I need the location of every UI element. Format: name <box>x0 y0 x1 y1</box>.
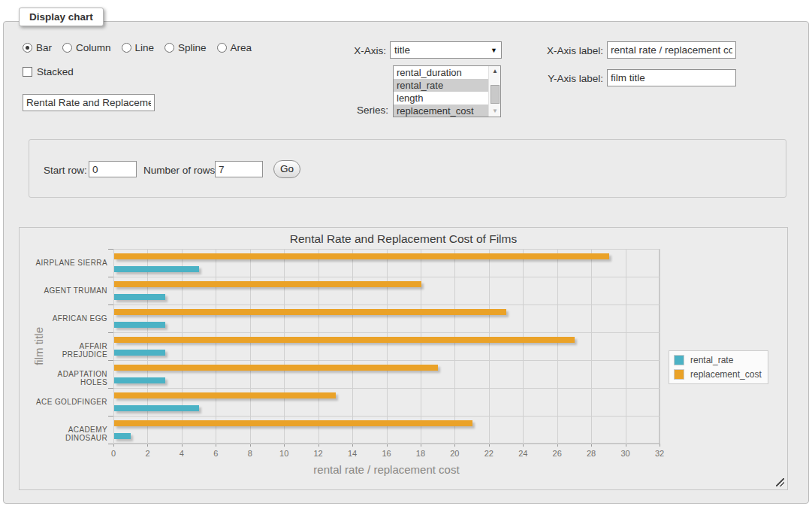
chart-type-option-bar[interactable]: Bar <box>23 42 52 53</box>
x-tick-label: 8 <box>248 449 252 458</box>
chart-x-axis-label: rental rate / replacement cost <box>113 463 660 476</box>
x-tick-label: 26 <box>553 449 562 458</box>
chart-type-label: Spline <box>178 42 207 53</box>
start-row-input[interactable] <box>89 161 137 177</box>
series-option-replacement_cost[interactable]: replacement_cost <box>394 105 500 117</box>
num-rows-input[interactable] <box>215 161 263 177</box>
legend-swatch-icon <box>674 355 684 365</box>
legend-row: rental_rate <box>674 355 762 365</box>
chart-type-radio-group: BarColumnLineSplineArea <box>23 42 252 53</box>
bar-rental_rate <box>114 294 165 300</box>
x-tick-label: 14 <box>348 449 357 458</box>
category-label: ACADEMY DINOSAUR <box>35 426 107 442</box>
y-tick-mark <box>108 277 113 277</box>
series-label: Series: <box>315 105 388 116</box>
gridline-x <box>523 249 524 444</box>
resize-handle-icon[interactable] <box>776 478 784 486</box>
bar-replacement_cost <box>114 281 421 287</box>
series-option-length[interactable]: length <box>394 92 500 105</box>
panel-title: Display chart <box>19 8 104 26</box>
y-tick-mark <box>108 444 113 444</box>
chart-type-option-spline[interactable]: Spline <box>165 42 207 53</box>
x-tick-label: 22 <box>484 449 494 458</box>
chart-type-option-area[interactable]: Area <box>217 42 252 53</box>
bar-rental_rate <box>114 266 199 272</box>
chart-type-option-line[interactable]: Line <box>122 42 155 53</box>
x-axis-label-field-label: X-Axis label: <box>481 45 603 56</box>
scrollbar-thumb[interactable] <box>491 85 500 104</box>
category-label: AFFAIR PREJUDICE <box>35 342 107 359</box>
chart-legend: rental_ratereplacement_cost <box>669 350 768 384</box>
bar-rental_rate <box>114 405 199 411</box>
radio-icon[interactable] <box>62 43 72 53</box>
gridline-x <box>216 249 216 444</box>
gridline-y <box>113 304 660 305</box>
legend-label: replacement_cost <box>690 369 762 380</box>
gridline-x <box>182 249 183 444</box>
y-axis-label-field-label: Y-Axis label: <box>481 73 603 84</box>
gridline-x <box>660 249 660 444</box>
gridline-x <box>591 249 592 444</box>
gridline-x <box>489 249 490 444</box>
chart-title-input[interactable] <box>23 94 155 111</box>
x-tick-label: 20 <box>450 449 459 458</box>
gridline-y <box>113 277 660 277</box>
x-tick-label: 30 <box>620 449 629 458</box>
x-tick-label: 28 <box>587 449 596 458</box>
radio-icon[interactable] <box>23 43 32 53</box>
y-axis-label-input[interactable] <box>607 69 736 86</box>
x-axis-label: X-Axis: <box>315 45 386 56</box>
legend-label: rental_rate <box>690 355 733 365</box>
category-label: AIRPLANE SIERRA <box>35 259 107 267</box>
gridline-x <box>113 249 114 444</box>
gridline-x <box>318 249 319 444</box>
bar-rental_rate <box>114 377 165 383</box>
bar-rental_rate <box>114 322 165 328</box>
bar-replacement_cost <box>114 392 336 398</box>
gridline-y <box>113 332 660 333</box>
x-tick-label: 32 <box>655 449 664 458</box>
y-tick-mark <box>108 249 113 250</box>
chart-type-option-column[interactable]: Column <box>62 42 111 53</box>
gridline-x <box>352 249 353 444</box>
y-tick-mark <box>108 360 113 361</box>
gridline-x <box>387 249 388 444</box>
chart-type-label: Area <box>231 42 252 53</box>
x-tick-label: 2 <box>145 449 149 458</box>
bar-rental_rate <box>114 433 131 439</box>
gridline-x <box>250 249 251 444</box>
x-tick-label: 0 <box>111 449 116 458</box>
gridline-y <box>113 444 660 444</box>
y-tick-mark <box>108 332 113 333</box>
radio-icon[interactable] <box>122 43 131 53</box>
x-tick-label: 18 <box>416 449 425 458</box>
gridline-y <box>113 249 660 250</box>
category-label: ADAPTATION HOLES <box>35 370 107 386</box>
chart-type-label: Bar <box>36 42 52 53</box>
gridline-x <box>626 249 626 444</box>
gridline-x <box>284 249 285 444</box>
gridline-x <box>454 249 455 444</box>
rows-panel: Start row: Number of rows: Go <box>29 139 786 198</box>
bar-replacement_cost <box>114 309 506 315</box>
stacked-checkbox[interactable] <box>23 67 32 77</box>
x-axis-label-input[interactable] <box>607 41 736 59</box>
x-tick-label: 10 <box>279 449 288 458</box>
stacked-label: Stacked <box>37 66 74 77</box>
gridline-y <box>113 360 660 361</box>
x-tick-label: 24 <box>518 449 527 458</box>
category-label: AFRICAN EGG <box>35 314 107 323</box>
num-rows-label: Number of rows: <box>143 165 218 176</box>
y-tick-mark <box>108 388 113 389</box>
radio-icon[interactable] <box>165 43 174 53</box>
scroll-down-icon[interactable]: ▼ <box>489 106 501 117</box>
x-tick-label: 4 <box>180 449 184 458</box>
go-button[interactable]: Go <box>273 160 300 178</box>
x-tick-mark <box>660 444 660 447</box>
start-row-label: Start row: <box>44 165 87 176</box>
radio-icon[interactable] <box>217 43 227 53</box>
y-tick-mark <box>108 304 113 305</box>
bar-replacement_cost <box>114 337 575 343</box>
chart-title: Rental Rate and Replacement Cost of Film… <box>20 232 787 246</box>
x-tick-label: 12 <box>314 449 323 458</box>
